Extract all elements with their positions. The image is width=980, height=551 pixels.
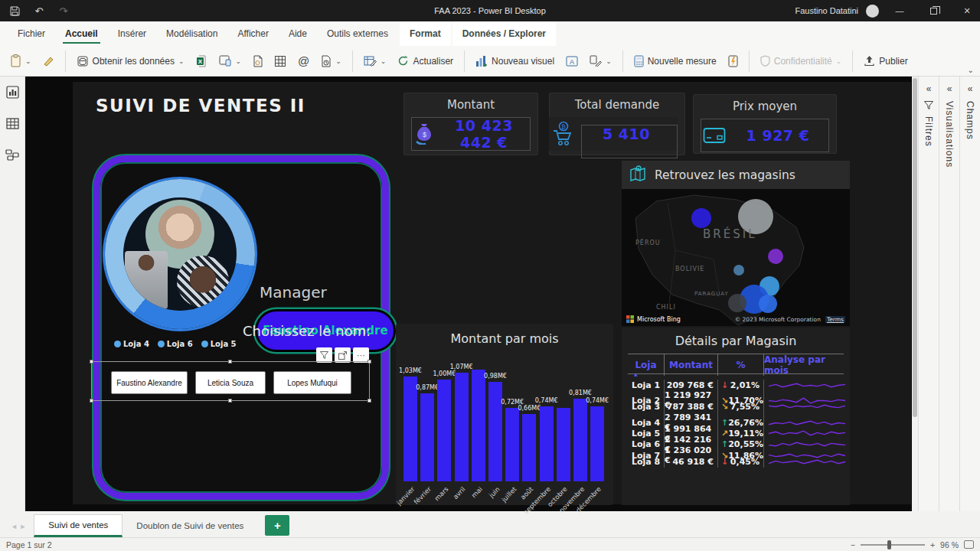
new-page-button[interactable]: + (265, 515, 289, 536)
bar-chart-plot: 1,03M€janvier0,87M€février1,00M€mars1,07… (396, 324, 613, 505)
transform-source-icon[interactable]: ⌄ (317, 53, 345, 70)
expand-visualizations-icon[interactable]: « (947, 83, 952, 94)
table-row[interactable]: Loja 71 236 020 €↘11,86% (628, 445, 844, 456)
tab-modelisation[interactable]: Modélisation (156, 21, 227, 46)
zoom-in-button[interactable]: + (930, 540, 935, 549)
table-row[interactable]: Loja 51 991 864 €↗19,11% (628, 424, 844, 435)
account-name[interactable]: Faustino Datatini (795, 6, 858, 15)
tab-aide[interactable]: Aide (279, 21, 317, 46)
map-bubble[interactable] (759, 295, 777, 313)
map-bubble[interactable] (728, 294, 746, 312)
bar-value-label: 0,66M€ (518, 405, 541, 412)
fields-pane[interactable]: « Champs (959, 77, 980, 511)
col-loja[interactable]: Loja▲ (628, 354, 665, 376)
paste-button[interactable]: ⌄ (6, 52, 35, 70)
terms-link[interactable]: Terms (825, 316, 845, 323)
page-nav-arrows[interactable]: ◄ ► (0, 523, 34, 537)
restore-button[interactable] (920, 0, 946, 21)
minimize-button[interactable]: — (887, 0, 913, 21)
expand-fields-icon[interactable]: « (968, 83, 973, 94)
tab-inserer[interactable]: Insérer (108, 21, 156, 46)
refresh-button[interactable]: Actualiser (394, 53, 457, 69)
ribbon: ⌄ Obtenir les données ⌄ X ⌄ @ ⌄ ⌄ Actual… (0, 46, 980, 77)
page-tab-inactive[interactable]: Doublon de Suivi de ventes (122, 514, 257, 537)
dataverse-icon[interactable] (249, 53, 266, 70)
tab-outils-externes[interactable]: Outils externes (317, 21, 398, 46)
table-row[interactable]: Loja 62 142 216 €↑20,55% (628, 435, 844, 445)
legend-item[interactable]: Loja 4 (114, 340, 149, 348)
bar-chart-panel[interactable]: Montant par mois 1,03M€janvier0,87M€févr… (396, 324, 613, 505)
get-data-button[interactable]: Obtenir les données ⌄ (73, 53, 188, 70)
table-row[interactable]: Loja 1209 768 €↓2,01% (628, 380, 844, 390)
bar[interactable] (540, 406, 554, 481)
more-visuals-icon[interactable]: ⌄ (586, 53, 616, 69)
enter-data-icon[interactable] (270, 53, 290, 70)
expand-filters-icon[interactable]: « (926, 83, 932, 94)
transform-data-button[interactable]: ⌄ (360, 53, 390, 69)
table-row[interactable]: Loja 21 219 927 €↘11,70% (628, 390, 844, 401)
tab-format[interactable]: Format (400, 21, 451, 46)
bar[interactable] (573, 399, 587, 481)
sql-server-icon[interactable]: ⌄ (215, 53, 246, 69)
data-view-icon[interactable] (6, 117, 19, 133)
collapse-ribbon-icon[interactable]: ⌄ (968, 66, 974, 74)
legend-item[interactable]: Loja 5 (201, 340, 237, 348)
table-row[interactable]: Loja 42 789 341 €↑26,76% (628, 412, 844, 423)
recent-sources-icon[interactable]: @ (294, 52, 313, 70)
kpi-card-prix-moyen[interactable]: Prix moyen 1 927 € (693, 94, 837, 154)
table-row[interactable]: Loja 846 918 €↓0,45% (628, 457, 844, 468)
new-measure-button[interactable]: Nouvelle mesure (630, 53, 720, 70)
tab-accueil[interactable]: Accueil (55, 21, 108, 46)
slicer-button[interactable]: Faustino Alexandre (111, 371, 188, 394)
slicer-button[interactable]: Leticia Souza (195, 371, 266, 394)
tab-afficher[interactable]: Afficher (227, 21, 278, 46)
bar[interactable] (522, 414, 536, 481)
kpi-card-total-demande[interactable]: Total demande ₿ 5 410 (549, 93, 685, 155)
filters-pane[interactable]: « Filtres (918, 77, 939, 511)
bar[interactable] (472, 370, 485, 481)
col-analyse[interactable]: Analyse par mois (764, 354, 844, 376)
bar[interactable] (420, 393, 434, 481)
bar[interactable] (505, 408, 519, 481)
kpi-card-montant[interactable]: Montant $ 10 423 442 € (403, 93, 538, 155)
bar[interactable] (590, 406, 604, 481)
map-bubble[interactable] (768, 249, 783, 264)
report-view-icon[interactable] (6, 86, 19, 102)
col-montant[interactable]: Montant (665, 354, 718, 376)
bar[interactable] (557, 408, 570, 481)
store-table-panel[interactable]: Détails par Magasin Loja▲ Montant % Anal… (622, 328, 850, 505)
table-row[interactable]: Loja 3787 388 €↘7,55% (628, 402, 844, 412)
excel-workbook-icon[interactable]: X (192, 53, 211, 70)
model-view-icon[interactable] (5, 148, 19, 164)
legend-item[interactable]: Loja 6 (158, 340, 193, 348)
col-pct[interactable]: % (718, 354, 764, 376)
page-tab-active[interactable]: Suivi de ventes (34, 514, 122, 537)
country-label: PARAGUAY (694, 291, 729, 297)
bar[interactable] (437, 380, 451, 481)
visualizations-pane[interactable]: « Visualisations (939, 77, 959, 511)
tab-donnees-explorer[interactable]: Données / Explorer (452, 21, 556, 46)
map-panel[interactable]: Retrouvez les magasins Microsoft Bing © … (622, 161, 850, 326)
map-bubble[interactable] (733, 265, 744, 276)
bar[interactable] (455, 373, 469, 481)
text-box-icon[interactable]: A (562, 54, 582, 69)
vertical-scrollbar[interactable] (912, 77, 918, 511)
more-options-icon[interactable]: ⋯ (353, 347, 369, 363)
quick-measure-icon[interactable] (724, 53, 742, 70)
format-painter-icon[interactable] (39, 53, 58, 69)
map-bubble[interactable] (691, 208, 711, 228)
slicer-button[interactable]: Lopes Mufuqui (273, 371, 351, 394)
close-button[interactable]: ✕ (954, 0, 980, 21)
tab-fichier[interactable]: Fichier (8, 21, 55, 46)
filter-icon[interactable] (316, 347, 332, 363)
publish-button[interactable]: Publier (860, 53, 911, 69)
map-area[interactable]: Microsoft Bing © 2023 Microsoft Corporat… (622, 189, 850, 326)
zoom-slider[interactable] (861, 544, 925, 546)
fit-to-page-icon[interactable] (964, 540, 974, 549)
bar[interactable] (488, 382, 502, 481)
bar[interactable] (403, 377, 417, 481)
focus-mode-icon[interactable] (335, 347, 351, 363)
zoom-out-button[interactable]: − (851, 540, 855, 549)
new-visual-button[interactable]: Nouveau visuel (472, 53, 558, 70)
avatar[interactable] (866, 5, 879, 18)
